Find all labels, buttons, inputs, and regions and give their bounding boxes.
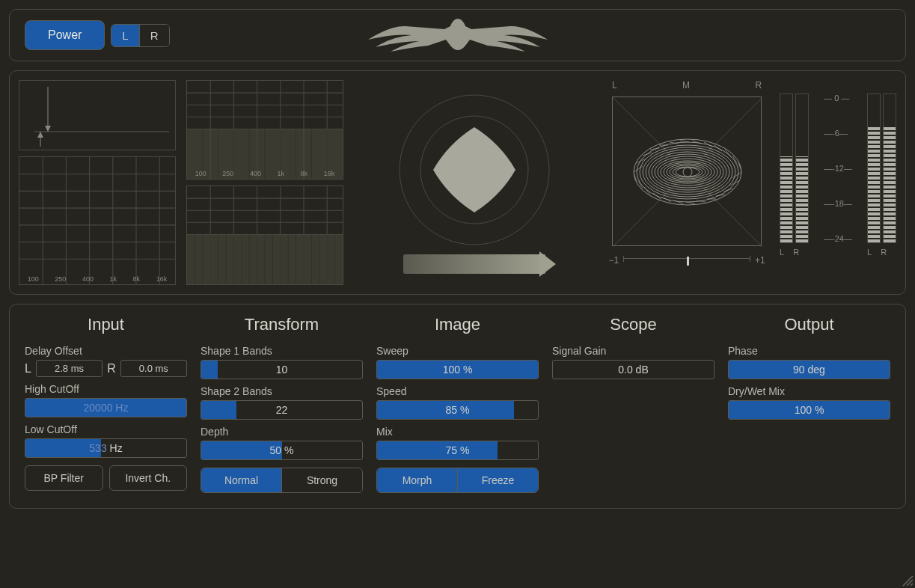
delay-r-input[interactable]: 0.0 ms xyxy=(120,360,187,377)
output-title: Output xyxy=(728,315,890,334)
polar-display[interactable] xyxy=(396,91,553,248)
svg-line-98 xyxy=(732,156,737,163)
sweep-label: Sweep xyxy=(376,345,539,357)
output-section: Output Phase 90 deg Dry/Wet Mix 100 % xyxy=(728,315,890,493)
sweep-arrow-icon xyxy=(403,254,545,274)
resize-handle-icon[interactable] xyxy=(900,573,914,587)
delay-l-input[interactable]: 2.8 ms xyxy=(36,360,102,377)
svg-line-115 xyxy=(911,584,913,586)
transform-section: Transform Shape 1 Bands 10 Shape 2 Bands… xyxy=(201,315,363,493)
depth-label: Depth xyxy=(201,426,363,438)
normal-button[interactable]: Normal xyxy=(201,468,282,492)
phase-label: Phase xyxy=(728,345,890,357)
svg-marker-1 xyxy=(45,126,51,132)
delay-r-prefix: R xyxy=(107,362,116,376)
bp-filter-button[interactable]: BP Filter xyxy=(25,465,103,491)
scope-title: Scope xyxy=(552,315,714,334)
morph-button[interactable]: Morph xyxy=(377,468,458,492)
vectorscope[interactable] xyxy=(612,97,762,246)
controls-panel: Input Delay Offset L 2.8 ms R 0.0 ms Hig… xyxy=(9,304,906,509)
svg-line-87 xyxy=(634,166,643,172)
freq-axis-labels: 100250 4001k 8k16k xyxy=(19,275,175,283)
channel-r-button[interactable]: R xyxy=(140,25,169,46)
low-cutoff-label: Low CutOff xyxy=(25,423,187,435)
signal-gain-slider[interactable]: 0.0 dB xyxy=(552,360,714,379)
mix-slider[interactable]: 75 % xyxy=(376,441,539,460)
input-title: Input xyxy=(25,315,187,334)
scope-section: Scope Signal Gain 0.0 dB xyxy=(552,315,714,493)
header-bar: Power L R xyxy=(9,9,906,61)
balance-max: +1 xyxy=(755,255,765,266)
meter-scale: — 0 — —-6— —-12— —-18— —-24— xyxy=(822,94,854,243)
delay-graph-1[interactable] xyxy=(19,80,176,150)
shape2-slider[interactable]: 22 xyxy=(201,400,363,420)
visualization-panel: 100250 4001k 8k16k xyxy=(9,70,906,295)
balance-min: −1 xyxy=(608,255,619,266)
svg-line-95 xyxy=(704,142,712,147)
image-section: Image Sweep 100 % Speed 85 % Mix 75 % Mo… xyxy=(376,315,539,493)
freq-graph-1[interactable]: 100250 4001k 8k16k xyxy=(19,156,176,285)
svg-point-86 xyxy=(683,168,692,177)
speed-slider[interactable]: 85 % xyxy=(376,400,539,420)
shape1-slider[interactable]: 10 xyxy=(201,360,363,379)
input-meter: LR xyxy=(780,94,809,243)
power-button[interactable]: Power xyxy=(25,20,105,50)
input-section: Input Delay Offset L 2.8 ms R 0.0 ms Hig… xyxy=(25,315,187,493)
spectrum-graph-1[interactable]: 100250 4001k 8k16k xyxy=(186,80,343,180)
channel-toggle: L R xyxy=(111,24,169,47)
high-cutoff-slider[interactable]: 20000 Hz xyxy=(25,398,187,417)
svg-line-100 xyxy=(732,172,741,178)
delay-offset-label: Delay Offset xyxy=(25,345,187,357)
strong-button[interactable]: Strong xyxy=(282,468,362,492)
output-meter: LR xyxy=(867,94,896,243)
scope-lmr-labels: L M R xyxy=(612,80,762,91)
invert-ch-button[interactable]: Invert Ch. xyxy=(109,465,188,491)
image-title: Image xyxy=(376,315,539,334)
phase-slider[interactable]: 90 deg xyxy=(728,360,890,379)
channel-l-button[interactable]: L xyxy=(111,25,139,46)
delay-l-prefix: L xyxy=(25,362,31,376)
sweep-slider[interactable]: 100 % xyxy=(376,360,539,379)
drywet-slider[interactable]: 100 % xyxy=(728,400,890,420)
signal-gain-label: Signal Gain xyxy=(552,345,714,357)
freeze-button[interactable]: Freeze xyxy=(458,468,538,492)
svg-line-111 xyxy=(638,181,643,189)
svg-line-108 xyxy=(664,197,671,202)
drywet-label: Dry/Wet Mix xyxy=(728,385,890,397)
eagle-logo-icon xyxy=(353,13,563,58)
svg-marker-3 xyxy=(37,132,43,138)
freq-axis-labels-2: 100250 4001k 8k16k xyxy=(187,170,343,177)
speed-label: Speed xyxy=(376,385,539,397)
high-cutoff-label: High CutOff xyxy=(25,383,187,395)
spectrum-graph-2[interactable] xyxy=(186,186,343,285)
image-mode-toggle: Morph Freeze xyxy=(376,468,539,493)
mix-label: Mix xyxy=(376,426,539,438)
depth-slider[interactable]: 50 % xyxy=(201,441,363,460)
shape1-label: Shape 1 Bands xyxy=(201,345,363,357)
transform-title: Transform xyxy=(201,315,363,334)
low-cutoff-slider[interactable]: 533 Hz 533 Hz xyxy=(25,438,187,458)
shape2-label: Shape 2 Bands xyxy=(201,385,363,397)
balance-slider[interactable] xyxy=(623,258,750,269)
transform-mode-toggle: Normal Strong xyxy=(201,468,363,493)
